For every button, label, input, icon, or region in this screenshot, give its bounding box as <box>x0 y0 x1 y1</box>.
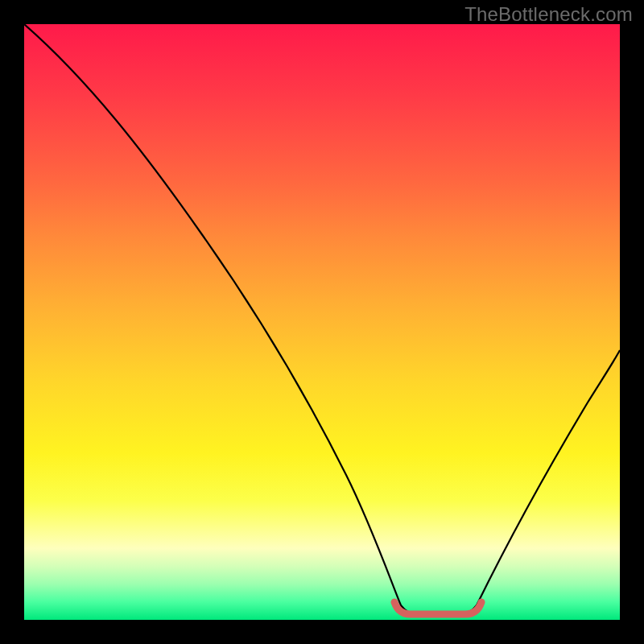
bottleneck-curve-line <box>24 24 620 614</box>
watermark-text: TheBottleneck.com <box>464 3 633 26</box>
chart-svg <box>24 24 620 620</box>
chart-frame: TheBottleneck.com <box>0 0 644 644</box>
optimal-range-marker-line <box>394 602 481 614</box>
plot-area <box>24 24 620 620</box>
